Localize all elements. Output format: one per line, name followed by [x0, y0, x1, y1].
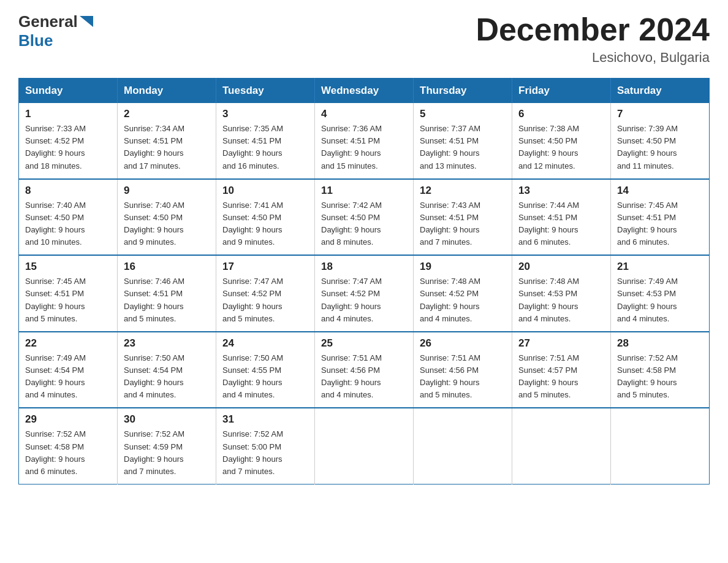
calendar-cell: [611, 408, 710, 484]
day-number: 6: [518, 108, 604, 120]
day-info: Sunrise: 7:36 AM Sunset: 4:51 PM Dayligh…: [321, 123, 407, 172]
calendar-week-row: 15 Sunrise: 7:45 AM Sunset: 4:51 PM Dayl…: [19, 255, 710, 332]
day-number: 25: [321, 337, 407, 350]
day-info: Sunrise: 7:52 AM Sunset: 5:00 PM Dayligh…: [222, 428, 308, 478]
day-info: Sunrise: 7:52 AM Sunset: 4:58 PM Dayligh…: [617, 352, 703, 402]
day-number: 12: [420, 185, 506, 197]
day-number: 2: [124, 108, 210, 120]
day-info: Sunrise: 7:48 AM Sunset: 4:52 PM Dayligh…: [420, 275, 506, 325]
day-info: Sunrise: 7:39 AM Sunset: 4:50 PM Dayligh…: [617, 123, 703, 172]
month-title: December 2024: [476, 12, 710, 47]
day-info: Sunrise: 7:43 AM Sunset: 4:51 PM Dayligh…: [420, 199, 506, 249]
day-number: 14: [617, 185, 703, 197]
day-number: 7: [617, 108, 703, 120]
day-info: Sunrise: 7:45 AM Sunset: 4:51 PM Dayligh…: [25, 275, 111, 325]
calendar-week-row: 29 Sunrise: 7:52 AM Sunset: 4:58 PM Dayl…: [19, 408, 710, 484]
day-info: Sunrise: 7:50 AM Sunset: 4:54 PM Dayligh…: [124, 352, 210, 402]
day-number: 16: [124, 261, 210, 273]
calendar-cell: 11 Sunrise: 7:42 AM Sunset: 4:50 PM Dayl…: [315, 179, 414, 256]
day-info: Sunrise: 7:35 AM Sunset: 4:51 PM Dayligh…: [222, 123, 308, 172]
calendar-cell: [512, 408, 611, 484]
day-info: Sunrise: 7:44 AM Sunset: 4:51 PM Dayligh…: [518, 199, 604, 249]
calendar-cell: 5 Sunrise: 7:37 AM Sunset: 4:51 PM Dayli…: [414, 103, 512, 179]
calendar-cell: 12 Sunrise: 7:43 AM Sunset: 4:51 PM Dayl…: [414, 179, 512, 256]
day-number: 9: [124, 185, 210, 197]
day-info: Sunrise: 7:51 AM Sunset: 4:57 PM Dayligh…: [518, 352, 604, 402]
page-header: General Blue December 2024 Lesichovo, Bu…: [18, 12, 710, 66]
col-header-friday: Friday: [512, 79, 611, 104]
day-number: 19: [420, 261, 506, 273]
logo-blue-text: Blue: [18, 31, 53, 50]
calendar-cell: 2 Sunrise: 7:34 AM Sunset: 4:51 PM Dayli…: [118, 103, 216, 179]
day-number: 31: [222, 413, 308, 426]
calendar-cell: 14 Sunrise: 7:45 AM Sunset: 4:51 PM Dayl…: [611, 179, 710, 256]
day-info: Sunrise: 7:46 AM Sunset: 4:51 PM Dayligh…: [124, 275, 210, 325]
day-number: 18: [321, 261, 407, 273]
day-number: 24: [222, 337, 308, 350]
location-label: Lesichovo, Bulgaria: [476, 50, 710, 66]
day-number: 21: [617, 261, 703, 273]
day-info: Sunrise: 7:52 AM Sunset: 4:59 PM Dayligh…: [124, 428, 210, 478]
col-header-saturday: Saturday: [611, 79, 710, 104]
day-number: 5: [420, 108, 506, 120]
day-info: Sunrise: 7:52 AM Sunset: 4:58 PM Dayligh…: [25, 428, 111, 478]
calendar-table: SundayMondayTuesdayWednesdayThursdayFrid…: [18, 78, 710, 484]
calendar-cell: 21 Sunrise: 7:49 AM Sunset: 4:53 PM Dayl…: [611, 255, 710, 332]
day-info: Sunrise: 7:38 AM Sunset: 4:50 PM Dayligh…: [518, 123, 604, 172]
calendar-week-row: 1 Sunrise: 7:33 AM Sunset: 4:52 PM Dayli…: [19, 103, 710, 179]
calendar-cell: 7 Sunrise: 7:39 AM Sunset: 4:50 PM Dayli…: [611, 103, 710, 179]
day-number: 3: [222, 108, 308, 120]
calendar-cell: 22 Sunrise: 7:49 AM Sunset: 4:54 PM Dayl…: [19, 332, 118, 408]
day-info: Sunrise: 7:49 AM Sunset: 4:54 PM Dayligh…: [25, 352, 111, 402]
day-info: Sunrise: 7:40 AM Sunset: 4:50 PM Dayligh…: [25, 199, 111, 249]
col-header-sunday: Sunday: [19, 79, 118, 104]
calendar-cell: [414, 408, 512, 484]
calendar-cell: 25 Sunrise: 7:51 AM Sunset: 4:56 PM Dayl…: [315, 332, 414, 408]
title-area: December 2024 Lesichovo, Bulgaria: [476, 12, 710, 66]
day-number: 15: [25, 261, 111, 273]
col-header-tuesday: Tuesday: [216, 79, 315, 104]
calendar-cell: 8 Sunrise: 7:40 AM Sunset: 4:50 PM Dayli…: [19, 179, 118, 256]
calendar-cell: 9 Sunrise: 7:40 AM Sunset: 4:50 PM Dayli…: [118, 179, 216, 256]
day-number: 28: [617, 337, 703, 350]
day-info: Sunrise: 7:42 AM Sunset: 4:50 PM Dayligh…: [321, 199, 407, 249]
calendar-cell: 17 Sunrise: 7:47 AM Sunset: 4:52 PM Dayl…: [216, 255, 315, 332]
day-info: Sunrise: 7:50 AM Sunset: 4:55 PM Dayligh…: [222, 352, 308, 402]
day-number: 11: [321, 185, 407, 197]
day-info: Sunrise: 7:34 AM Sunset: 4:51 PM Dayligh…: [124, 123, 210, 172]
calendar-cell: 13 Sunrise: 7:44 AM Sunset: 4:51 PM Dayl…: [512, 179, 611, 256]
day-info: Sunrise: 7:47 AM Sunset: 4:52 PM Dayligh…: [222, 275, 308, 325]
calendar-cell: 28 Sunrise: 7:52 AM Sunset: 4:58 PM Dayl…: [611, 332, 710, 408]
day-info: Sunrise: 7:40 AM Sunset: 4:50 PM Dayligh…: [124, 199, 210, 249]
day-info: Sunrise: 7:45 AM Sunset: 4:51 PM Dayligh…: [617, 199, 703, 249]
col-header-monday: Monday: [118, 79, 216, 104]
svg-marker-0: [80, 16, 93, 27]
col-header-wednesday: Wednesday: [315, 79, 414, 104]
day-number: 10: [222, 185, 308, 197]
day-number: 26: [420, 337, 506, 350]
calendar-week-row: 22 Sunrise: 7:49 AM Sunset: 4:54 PM Dayl…: [19, 332, 710, 408]
calendar-cell: 19 Sunrise: 7:48 AM Sunset: 4:52 PM Dayl…: [414, 255, 512, 332]
calendar-cell: 24 Sunrise: 7:50 AM Sunset: 4:55 PM Dayl…: [216, 332, 315, 408]
logo-arrow-icon: [80, 16, 93, 29]
calendar-cell: 29 Sunrise: 7:52 AM Sunset: 4:58 PM Dayl…: [19, 408, 118, 484]
calendar-cell: 26 Sunrise: 7:51 AM Sunset: 4:56 PM Dayl…: [414, 332, 512, 408]
calendar-cell: 23 Sunrise: 7:50 AM Sunset: 4:54 PM Dayl…: [118, 332, 216, 408]
calendar-header-row: SundayMondayTuesdayWednesdayThursdayFrid…: [19, 79, 710, 104]
day-info: Sunrise: 7:49 AM Sunset: 4:53 PM Dayligh…: [617, 275, 703, 325]
calendar-cell: 20 Sunrise: 7:48 AM Sunset: 4:53 PM Dayl…: [512, 255, 611, 332]
calendar-cell: 30 Sunrise: 7:52 AM Sunset: 4:59 PM Dayl…: [118, 408, 216, 484]
col-header-thursday: Thursday: [414, 79, 512, 104]
calendar-week-row: 8 Sunrise: 7:40 AM Sunset: 4:50 PM Dayli…: [19, 179, 710, 256]
day-number: 27: [518, 337, 604, 350]
day-number: 20: [518, 261, 604, 273]
day-number: 29: [25, 413, 111, 426]
logo: General Blue: [18, 12, 93, 50]
calendar-cell: 10 Sunrise: 7:41 AM Sunset: 4:50 PM Dayl…: [216, 179, 315, 256]
day-number: 22: [25, 337, 111, 350]
day-info: Sunrise: 7:37 AM Sunset: 4:51 PM Dayligh…: [420, 123, 506, 172]
day-info: Sunrise: 7:51 AM Sunset: 4:56 PM Dayligh…: [321, 352, 407, 402]
calendar-cell: 1 Sunrise: 7:33 AM Sunset: 4:52 PM Dayli…: [19, 103, 118, 179]
day-number: 4: [321, 108, 407, 120]
calendar-cell: 6 Sunrise: 7:38 AM Sunset: 4:50 PM Dayli…: [512, 103, 611, 179]
